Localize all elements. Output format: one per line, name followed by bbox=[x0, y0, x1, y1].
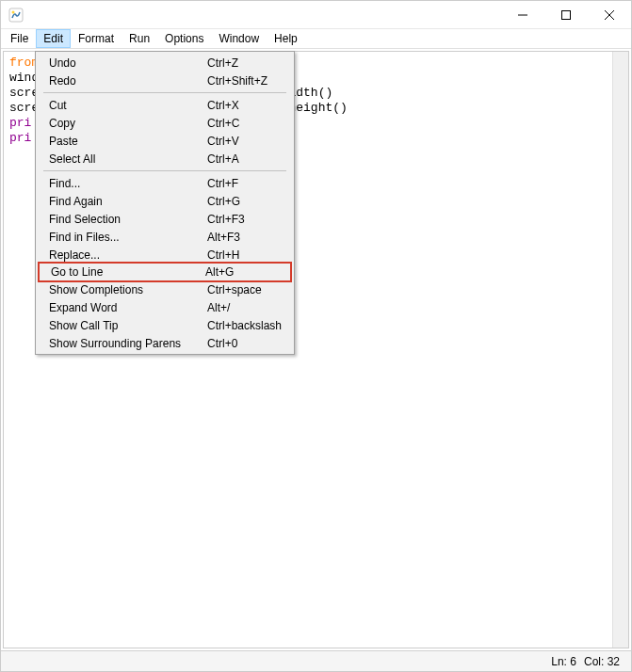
menu-item-find-in-files[interactable]: Find in Files...Alt+F3 bbox=[38, 228, 292, 246]
menu-item-label: Redo bbox=[49, 74, 207, 88]
menu-file[interactable]: File bbox=[3, 29, 36, 48]
status-col: Col: 32 bbox=[584, 655, 620, 668]
menu-separator bbox=[43, 92, 286, 93]
menu-item-paste[interactable]: PasteCtrl+V bbox=[38, 132, 292, 150]
menu-item-label: Show Call Tip bbox=[49, 319, 207, 332]
menu-item-label: Show Surrounding Parens bbox=[49, 337, 207, 350]
menu-item-shortcut: Ctrl+Z bbox=[207, 56, 292, 70]
menu-item-cut[interactable]: CutCtrl+X bbox=[38, 96, 292, 114]
menu-item-label: Cut bbox=[49, 99, 207, 112]
menu-item-replace[interactable]: Replace...Ctrl+H bbox=[38, 246, 292, 264]
menu-item-label: Find Selection bbox=[49, 213, 207, 226]
menu-item-shortcut: Ctrl+backslash bbox=[207, 319, 292, 332]
menu-item-find[interactable]: Find...Ctrl+F bbox=[38, 174, 292, 192]
status-line: Ln: 6 bbox=[551, 655, 576, 668]
menu-item-shortcut: Alt+/ bbox=[207, 301, 292, 314]
menu-separator bbox=[43, 170, 286, 171]
menu-item-show-completions[interactable]: Show CompletionsCtrl+space bbox=[38, 280, 292, 298]
menu-item-select-all[interactable]: Select AllCtrl+A bbox=[38, 150, 292, 168]
menu-item-shortcut: Ctrl+V bbox=[207, 135, 292, 148]
menu-item-shortcut: Ctrl+C bbox=[207, 117, 292, 130]
menu-item-shortcut: Ctrl+0 bbox=[207, 337, 292, 350]
menu-item-show-surrounding-parens[interactable]: Show Surrounding ParensCtrl+0 bbox=[38, 334, 292, 352]
menu-help[interactable]: Help bbox=[267, 29, 305, 48]
menu-item-shortcut: Ctrl+F bbox=[207, 177, 292, 190]
menu-item-label: Find Again bbox=[49, 195, 207, 208]
menu-item-label: Select All bbox=[49, 152, 207, 166]
close-button[interactable] bbox=[588, 1, 631, 29]
menu-item-shortcut: Alt+F3 bbox=[207, 231, 292, 244]
menubar: FileEditFormatRunOptionsWindowHelp bbox=[1, 29, 631, 49]
vertical-scrollbar[interactable] bbox=[612, 52, 628, 648]
editor-area[interactable]: from wind scre nwidth() scre enheight() … bbox=[3, 51, 629, 648]
menu-item-find-selection[interactable]: Find SelectionCtrl+F3 bbox=[38, 210, 292, 228]
menu-item-shortcut: Alt+G bbox=[205, 265, 290, 279]
menu-item-shortcut: Ctrl+Shift+Z bbox=[207, 74, 292, 88]
menu-item-shortcut: Ctrl+H bbox=[207, 248, 292, 262]
edit-menu-dropdown: UndoCtrl+ZRedoCtrl+Shift+ZCutCtrl+XCopyC… bbox=[35, 51, 295, 355]
menu-format[interactable]: Format bbox=[71, 29, 122, 48]
app-icon bbox=[8, 8, 24, 23]
minimize-button[interactable] bbox=[501, 1, 544, 29]
maximize-button[interactable] bbox=[544, 1, 588, 29]
svg-rect-3 bbox=[562, 10, 571, 19]
menu-item-show-call-tip[interactable]: Show Call TipCtrl+backslash bbox=[38, 316, 292, 334]
svg-point-1 bbox=[12, 10, 15, 13]
statusbar: Ln: 6 Col: 32 bbox=[1, 650, 631, 671]
menu-item-find-again[interactable]: Find AgainCtrl+G bbox=[38, 192, 292, 210]
titlebar bbox=[1, 1, 631, 29]
menu-item-label: Find... bbox=[49, 177, 207, 190]
menu-item-shortcut: Ctrl+X bbox=[207, 99, 292, 112]
menu-item-shortcut: Ctrl+A bbox=[207, 152, 292, 166]
menu-item-label: Go to Line bbox=[51, 265, 205, 279]
menu-item-label: Show Completions bbox=[49, 283, 207, 296]
menu-item-shortcut: Ctrl+G bbox=[207, 195, 292, 208]
menu-item-redo[interactable]: RedoCtrl+Shift+Z bbox=[38, 72, 292, 89]
menu-item-label: Replace... bbox=[49, 248, 207, 262]
menu-item-label: Copy bbox=[49, 117, 207, 130]
menu-options[interactable]: Options bbox=[157, 29, 211, 48]
menu-run[interactable]: Run bbox=[122, 29, 157, 48]
menu-item-copy[interactable]: CopyCtrl+C bbox=[38, 114, 292, 132]
menu-item-shortcut: Ctrl+space bbox=[207, 283, 292, 296]
menu-edit[interactable]: Edit bbox=[36, 29, 71, 48]
menu-item-go-to-line[interactable]: Go to LineAlt+G bbox=[38, 262, 292, 282]
menu-item-label: Undo bbox=[49, 56, 207, 70]
menu-item-label: Paste bbox=[49, 135, 207, 148]
menu-item-label: Expand Word bbox=[49, 301, 207, 314]
menu-item-label: Find in Files... bbox=[49, 231, 207, 244]
menu-window[interactable]: Window bbox=[211, 29, 267, 48]
menu-item-expand-word[interactable]: Expand WordAlt+/ bbox=[38, 298, 292, 316]
menu-item-undo[interactable]: UndoCtrl+Z bbox=[38, 54, 292, 72]
menu-item-shortcut: Ctrl+F3 bbox=[207, 213, 292, 226]
